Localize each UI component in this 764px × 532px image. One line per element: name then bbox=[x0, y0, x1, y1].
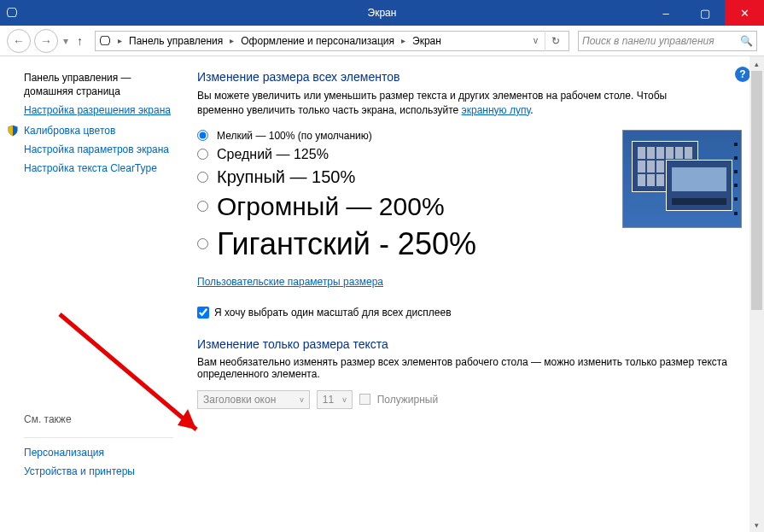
single-scale-row: Я хочу выбрать один масштаб для всех дис… bbox=[197, 307, 742, 319]
forward-button[interactable]: → bbox=[34, 29, 58, 53]
address-bar[interactable]: 🖵 ▸ Панель управления ▸ Оформление и пер… bbox=[95, 31, 569, 51]
window-title: Экран bbox=[368, 7, 397, 19]
window-controls: – ▢ ✕ bbox=[646, 0, 764, 26]
size-option-giant[interactable]: Гигантский - 250% bbox=[197, 226, 742, 262]
breadcrumb-root[interactable]: Панель управления bbox=[129, 35, 223, 47]
chevron-right-icon: ▸ bbox=[226, 36, 237, 45]
radio-label: Средний — 125% bbox=[217, 147, 329, 162]
section-desc: Вы можете увеличить или уменьшить размер… bbox=[197, 89, 675, 118]
up-button[interactable]: ↑ bbox=[73, 34, 86, 48]
radio-label: Гигантский - 250% bbox=[217, 226, 476, 262]
element-dropdown[interactable]: Заголовки оконv bbox=[197, 390, 310, 409]
search-placeholder: Поиск в панели управления bbox=[582, 35, 740, 47]
magnifier-link[interactable]: экранную лупу bbox=[462, 104, 531, 116]
chevron-down-icon: v bbox=[342, 395, 347, 404]
radio-label: Крупный — 150% bbox=[217, 167, 355, 187]
sidebar-heading: Панель управления — bbox=[24, 72, 173, 84]
sidebar-see-also: См. также bbox=[24, 413, 173, 425]
font-size-dropdown[interactable]: 11v bbox=[317, 390, 353, 409]
section-title-resize-all: Изменение размера всех элементов bbox=[197, 70, 742, 84]
titlebar: 🖵 Экран – ▢ ✕ bbox=[0, 0, 764, 26]
navbar: ← → ▾ ↑ 🖵 ▸ Панель управления ▸ Оформлен… bbox=[0, 26, 764, 56]
scroll-up-button[interactable]: ▴ bbox=[749, 56, 764, 71]
sidebar-heading: домашняя страница bbox=[24, 85, 173, 97]
refresh-button[interactable]: ↻ bbox=[545, 31, 565, 51]
radio-huge[interactable] bbox=[197, 201, 208, 212]
minimize-button[interactable]: – bbox=[646, 0, 685, 26]
back-button[interactable]: ← bbox=[7, 29, 31, 53]
sidebar-link-cleartype[interactable]: Настройка текста ClearType bbox=[24, 162, 173, 174]
sidebar-link-display-params[interactable]: Настройка параметров экрана bbox=[24, 143, 173, 155]
dropdown-value: 11 bbox=[323, 394, 334, 406]
scroll-thumb[interactable] bbox=[751, 71, 762, 310]
breadcrumb-leaf[interactable]: Экран bbox=[412, 35, 441, 47]
radio-medium[interactable] bbox=[197, 149, 208, 160]
radio-giant[interactable] bbox=[197, 238, 208, 249]
search-input[interactable]: Поиск в панели управления 🔍 bbox=[578, 31, 757, 51]
app-icon: 🖵 bbox=[0, 6, 24, 20]
dropdown-value: Заголовки окон bbox=[203, 394, 276, 406]
chevron-right-icon: ▸ bbox=[114, 36, 125, 45]
main-panel: ? Изменение размера всех элементов Вы мо… bbox=[184, 56, 764, 532]
sidebar-link-calibration[interactable]: Калибровка цветов bbox=[24, 125, 115, 137]
chevron-right-icon: ▸ bbox=[398, 36, 409, 45]
section2-desc: Вам необязательно изменять размер всех э… bbox=[197, 356, 742, 380]
breadcrumb-mid[interactable]: Оформление и персонализация bbox=[241, 35, 394, 47]
sidebar-link-personalization[interactable]: Персонализация bbox=[24, 447, 173, 459]
history-dropdown-icon[interactable]: ▾ bbox=[63, 35, 68, 47]
content: Панель управления — домашняя страница На… bbox=[0, 56, 764, 532]
desc-text: . bbox=[530, 104, 533, 116]
bold-checkbox[interactable] bbox=[359, 394, 370, 405]
desc-text: Вы можете увеличить или уменьшить размер… bbox=[197, 90, 667, 116]
maximize-button[interactable]: ▢ bbox=[685, 0, 725, 26]
sidebar: Панель управления — домашняя страница На… bbox=[0, 56, 184, 532]
custom-size-link[interactable]: Пользовательские параметры размера bbox=[197, 276, 383, 288]
help-button[interactable]: ? bbox=[735, 67, 750, 82]
chevron-down-icon: v bbox=[300, 395, 304, 404]
search-icon: 🔍 bbox=[740, 35, 753, 47]
bold-label: Полужирный bbox=[377, 394, 439, 406]
radio-small[interactable] bbox=[197, 130, 208, 141]
vertical-scrollbar[interactable]: ▴ ▾ bbox=[749, 56, 764, 532]
address-dropdown-icon[interactable]: v bbox=[530, 36, 541, 45]
display-illustration bbox=[622, 130, 742, 228]
sidebar-link-devices[interactable]: Устройства и принтеры bbox=[24, 465, 173, 477]
close-button[interactable]: ✕ bbox=[725, 0, 764, 26]
section-title-text-only: Изменение только размера текста bbox=[197, 337, 742, 351]
shield-icon bbox=[7, 125, 19, 137]
sidebar-link-resolution[interactable]: Настройка разрешения экрана bbox=[24, 104, 173, 116]
location-icon: 🖵 bbox=[99, 34, 111, 48]
radio-large[interactable] bbox=[197, 172, 208, 183]
scroll-down-button[interactable]: ▾ bbox=[749, 517, 764, 532]
radio-label: Мелкий — 100% (по умолчанию) bbox=[217, 130, 372, 142]
single-scale-checkbox[interactable] bbox=[197, 307, 209, 319]
text-controls: Заголовки оконv 11v Полужирный bbox=[197, 390, 742, 409]
single-scale-label: Я хочу выбрать один масштаб для всех дис… bbox=[214, 307, 452, 319]
radio-label: Огромный — 200% bbox=[217, 192, 445, 221]
